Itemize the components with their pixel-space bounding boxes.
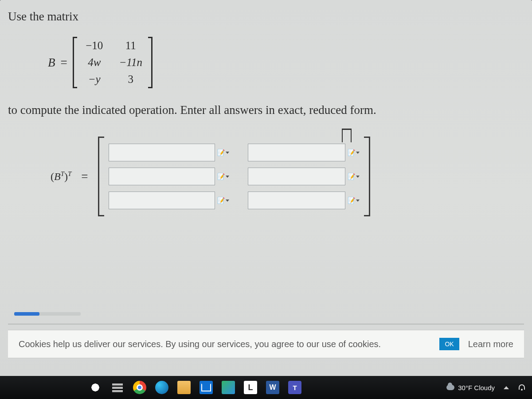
matrix-cell: −11n [119,56,143,69]
answer-input-r3c1[interactable] [109,192,215,209]
equals-sign: = [61,56,67,70]
matrix-cell: 4w [82,56,106,69]
progress-bar [14,312,81,316]
formula-editor-icon[interactable]: 📝 [348,172,360,181]
cookie-banner: Cookies help us deliver our services. By… [8,330,524,358]
answer-input-r1c1[interactable] [109,144,215,161]
answer-input-r2c2[interactable] [248,168,345,185]
cookie-ok-button[interactable]: OK [439,338,459,350]
formula-editor-icon[interactable]: 📝 [218,196,229,205]
matrix-definition: B = −10 11 4w −11n −y 3 [48,37,524,88]
matrix-cell: −y [82,73,106,86]
windows-taskbar: L W 30°F Cloudy [0,376,532,399]
answer-input-r1c2[interactable] [248,144,345,161]
divider [8,324,524,325]
cloud-icon [446,385,454,390]
answer-expression-label: (BT)T [51,170,71,183]
teams-icon[interactable] [288,381,301,394]
formula-editor-icon[interactable]: 📝 [348,148,360,157]
file-explorer-icon[interactable] [177,381,191,394]
right-bracket [148,37,153,88]
matrix-name: B [48,56,55,70]
app-L-icon[interactable]: L [244,381,257,394]
weather-widget[interactable]: 30°F Cloudy [446,384,495,391]
matrix-cell: 11 [119,39,143,52]
weather-text: 30°F Cloudy [458,384,495,391]
prompt-line-2: to compute the indicated operation. Ente… [8,103,524,117]
answer-input-r3c2[interactable] [248,192,345,209]
edge-icon[interactable] [155,381,168,394]
maps-icon[interactable] [222,381,235,394]
matrix-cell: −10 [82,39,106,52]
task-view-icon[interactable] [111,381,124,394]
left-bracket [98,137,104,216]
cookie-message: Cookies help us deliver our services. By… [19,339,430,349]
formula-editor-icon[interactable]: 📝 [348,196,360,205]
cookie-learn-more-link[interactable]: Learn more [468,339,513,349]
answer-matrix: 📝 📝 📝 📝 [98,137,370,216]
prompt-line-1: Use the matrix [8,10,524,23]
wifi-icon[interactable] [518,384,526,391]
left-bracket [73,37,77,88]
matrix-B: −10 11 4w −11n −y 3 [73,37,153,88]
start-icon[interactable] [89,381,102,394]
answer-row: (BT)T = 📝 📝 📝 [51,137,524,216]
mail-icon[interactable] [200,381,213,394]
tray-chevron-up-icon[interactable] [504,386,509,389]
word-icon[interactable]: W [266,381,279,394]
right-bracket [364,137,370,216]
matrix-cell: 3 [119,73,143,86]
formula-editor-icon[interactable]: 📝 [218,148,229,157]
equals-sign: = [81,170,88,184]
formula-editor-icon[interactable]: 📝 [218,172,229,181]
chrome-icon[interactable] [133,381,146,394]
answer-input-r2c1[interactable] [109,168,215,185]
